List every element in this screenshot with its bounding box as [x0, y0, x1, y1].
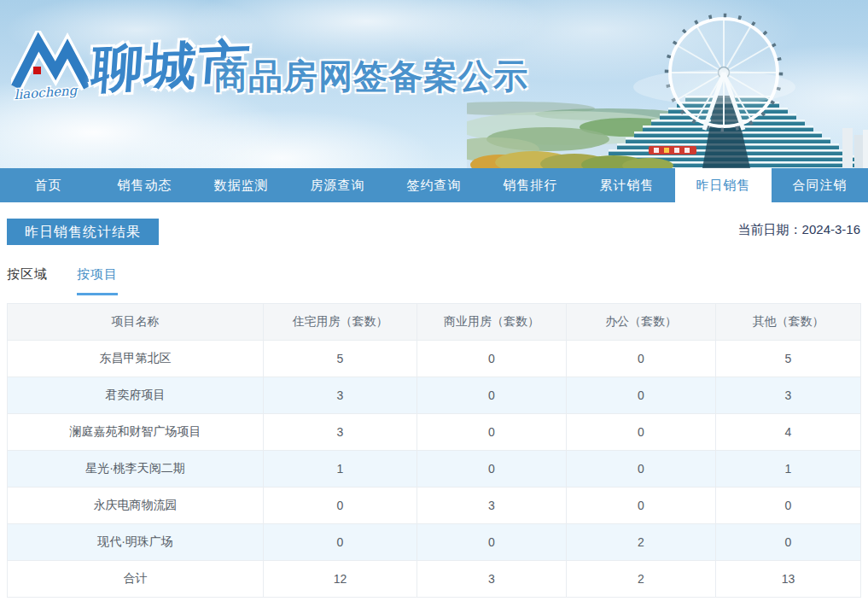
current-date: 当前日期：2024-3-16 [738, 222, 860, 238]
value-cell: 0 [716, 487, 861, 524]
table-row: 永庆电商物流园 0 3 0 0 [8, 487, 861, 524]
project-name-cell: 合计 [8, 561, 264, 598]
project-name-cell: 星光·桃李天阅二期 [8, 451, 264, 487]
tab-by-region[interactable]: 按区域 [7, 266, 48, 295]
value-cell: 0 [417, 524, 567, 561]
main-content: 昨日销售统计结果 当前日期：2024-3-16 按区域 按项目 项目名称 住宅用… [0, 202, 868, 598]
value-cell: 0 [567, 341, 716, 377]
value-cell: 12 [264, 561, 417, 598]
table-row: 东昌甲第北区 5 0 0 5 [8, 341, 861, 377]
project-name-cell: 澜庭嘉苑和财智广场项目 [8, 414, 264, 451]
value-cell: 5 [264, 341, 417, 377]
view-tabs: 按区域 按项目 [7, 266, 861, 295]
project-name-cell: 永庆电商物流园 [8, 487, 264, 524]
value-cell: 0 [716, 524, 861, 561]
value-cell: 1 [264, 451, 417, 487]
current-date-label: 当前日期： [738, 222, 802, 236]
value-cell: 0 [567, 487, 716, 524]
sales-table: 项目名称 住宅用房（套数） 商业用房（套数） 办公（套数） 其他（套数） 东昌甲… [7, 303, 861, 598]
project-name-cell: 东昌甲第北区 [8, 341, 264, 377]
table-row: 澜庭嘉苑和财智广场项目 3 0 0 4 [8, 414, 861, 451]
table-header-row: 项目名称 住宅用房（套数） 商业用房（套数） 办公（套数） 其他（套数） [8, 304, 861, 341]
nav-item-yesterday-sales[interactable]: 昨日销售 [675, 168, 772, 202]
col-header-project-name: 项目名称 [8, 304, 264, 341]
value-cell: 2 [567, 561, 716, 598]
side-buildings [842, 128, 868, 168]
project-name-cell: 现代·明珠广场 [8, 524, 264, 561]
col-header-office: 办公（套数） [567, 304, 716, 341]
value-cell: 0 [567, 414, 716, 451]
value-cell: 3 [264, 414, 417, 451]
value-cell: 1 [716, 451, 861, 487]
value-cell: 3 [417, 561, 567, 598]
nav-item-total-sales[interactable]: 累计销售 [579, 168, 675, 202]
nav-item-contract-cancel[interactable]: 合同注销 [772, 168, 868, 202]
table-row: 现代·明珠广场 0 0 2 0 [8, 524, 861, 561]
table-row: 星光·桃李天阅二期 1 0 0 1 [8, 451, 861, 487]
page-title: 昨日销售统计结果 [7, 219, 159, 245]
liaocheng-logo-icon: liaocheng [11, 31, 96, 102]
header-banner: liaocheng 聊城市 商品房网签备案公示 [0, 0, 868, 168]
col-header-residential: 住宅用房（套数） [264, 304, 417, 341]
nav-item-home[interactable]: 首页 [0, 168, 96, 202]
value-cell: 3 [716, 377, 861, 414]
value-cell: 0 [567, 377, 716, 414]
table-row: 君奕府项目 3 0 0 3 [8, 377, 861, 414]
value-cell: 0 [264, 524, 417, 561]
nav-item-sales-dynamics[interactable]: 销售动态 [96, 168, 193, 202]
main-nav: 首页 销售动态 数据监测 房源查询 签约查询 销售排行 累计销售 昨日销售 合同… [0, 168, 868, 202]
col-header-commercial: 商业用房（套数） [417, 304, 567, 341]
value-cell: 0 [417, 377, 567, 414]
nav-item-sales-ranking[interactable]: 销售排行 [482, 168, 579, 202]
value-cell: 0 [417, 451, 567, 487]
value-cell: 4 [716, 414, 861, 451]
current-date-value: 2024-3-16 [802, 222, 860, 236]
project-name-cell: 君奕府项目 [8, 377, 264, 414]
nav-item-housing-query[interactable]: 房源查询 [289, 168, 386, 202]
site-logo: liaocheng [11, 31, 96, 102]
nav-item-data-monitor[interactable]: 数据监测 [193, 168, 289, 202]
value-cell: 13 [716, 561, 861, 598]
value-cell: 0 [417, 414, 567, 451]
value-cell: 5 [716, 341, 861, 377]
tab-by-project[interactable]: 按项目 [77, 266, 118, 295]
value-cell: 0 [417, 341, 567, 377]
table-row-total: 合计 12 3 2 13 [8, 561, 861, 598]
value-cell: 3 [264, 377, 417, 414]
value-cell: 2 [567, 524, 716, 561]
logo-red-square [33, 67, 41, 74]
nav-item-contract-query[interactable]: 签约查询 [386, 168, 482, 202]
value-cell: 0 [567, 451, 716, 487]
value-cell: 0 [264, 487, 417, 524]
col-header-other: 其他（套数） [716, 304, 861, 341]
banner-subtitle: 商品房网签备案公示 [213, 53, 528, 100]
value-cell: 3 [417, 487, 567, 524]
